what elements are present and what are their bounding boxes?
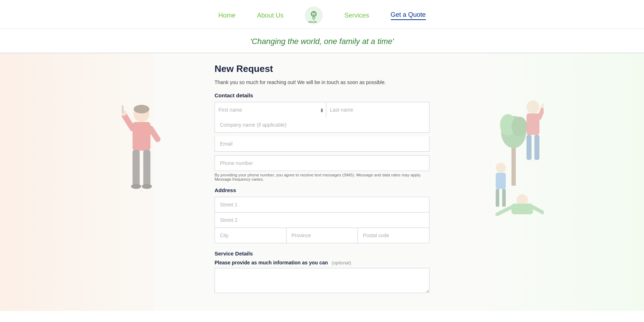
- service-textarea[interactable]: [215, 268, 429, 293]
- decorative-figure-right: [486, 89, 544, 232]
- svg-rect-7: [133, 122, 150, 151]
- email-row: [215, 136, 429, 152]
- service-section-label: Service Details: [215, 250, 429, 257]
- svg-rect-31: [511, 204, 533, 214]
- service-info-label: Please provide as much information as yo…: [215, 260, 328, 265]
- street2-input[interactable]: [215, 213, 429, 228]
- contact-section-label: Contact details: [215, 92, 429, 98]
- navigation: Home About Us Extra Set Services Get a Q…: [0, 0, 644, 29]
- svg-rect-25: [534, 135, 539, 160]
- first-name-input[interactable]: [215, 102, 318, 117]
- nav-home[interactable]: Home: [218, 12, 235, 19]
- svg-rect-21: [527, 113, 539, 135]
- svg-line-8: [124, 114, 133, 128]
- address-section-label: Address: [215, 187, 429, 193]
- logo-svg: Extra Set: [306, 8, 322, 23]
- svg-line-9: [150, 128, 158, 139]
- nav-services[interactable]: Services: [344, 12, 369, 19]
- address-block: [215, 197, 429, 243]
- svg-rect-11: [143, 150, 150, 186]
- svg-point-26: [496, 163, 506, 173]
- province-input[interactable]: [286, 228, 358, 243]
- page-wrapper: New Request Thank you so much for reachi…: [0, 53, 644, 311]
- svg-rect-28: [496, 189, 499, 207]
- logo-icon: Extra Set: [305, 6, 323, 24]
- form-title: New Request: [215, 63, 429, 74]
- svg-rect-16: [511, 143, 516, 186]
- nav-quote[interactable]: Get a Quote: [391, 11, 426, 20]
- service-label-row: Please provide as much information as yo…: [215, 259, 429, 266]
- decorative-figure-left: [122, 103, 161, 232]
- name-divider-icon: ▮: [318, 102, 326, 117]
- phone-row: [215, 155, 429, 171]
- company-input[interactable]: [215, 117, 429, 133]
- svg-point-12: [131, 184, 141, 189]
- last-name-input[interactable]: [326, 102, 429, 117]
- tagline-text: 'Changing the world, one family at a tim…: [250, 37, 394, 46]
- company-row: [215, 117, 429, 133]
- name-row: ▮: [215, 102, 429, 117]
- svg-rect-27: [496, 173, 506, 189]
- city-input[interactable]: [215, 228, 286, 243]
- svg-point-20: [527, 101, 539, 113]
- svg-rect-24: [527, 135, 532, 160]
- tagline-bar: 'Changing the world, one family at a tim…: [0, 29, 644, 53]
- svg-point-19: [511, 117, 527, 137]
- phone-note: By providing your phone number, you agre…: [215, 173, 429, 181]
- svg-rect-29: [502, 189, 506, 207]
- form-container: New Request Thank you so much for reachi…: [215, 53, 429, 309]
- street1-input[interactable]: [215, 197, 429, 213]
- svg-rect-15: [122, 105, 124, 113]
- service-optional: (optional): [332, 260, 351, 265]
- svg-point-13: [142, 184, 152, 189]
- svg-line-33: [533, 207, 543, 213]
- svg-rect-10: [133, 150, 140, 186]
- email-input[interactable]: [215, 136, 429, 152]
- svg-point-6: [134, 105, 149, 113]
- nav-about[interactable]: About Us: [257, 12, 283, 19]
- phone-input[interactable]: [215, 155, 429, 171]
- nav-logo: Extra Set: [305, 6, 323, 24]
- svg-text:Extra Set: Extra Set: [309, 21, 317, 23]
- svg-line-22: [539, 107, 544, 118]
- postal-input[interactable]: [357, 228, 429, 243]
- city-province-row: [215, 228, 429, 243]
- form-subtitle: Thank you so much for reaching out! We w…: [215, 79, 429, 85]
- svg-line-32: [497, 207, 511, 214]
